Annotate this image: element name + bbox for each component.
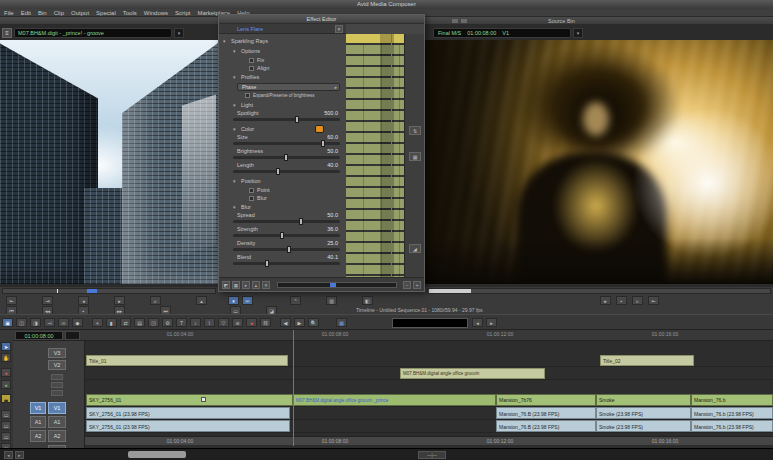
focus-icon[interactable]: ⌖ [92, 318, 103, 327]
find-icon[interactable]: 🔍 [308, 318, 319, 327]
chevron-down-icon[interactable]: ▾ [573, 28, 583, 38]
timeline-clip[interactable]: Smoke (23.98 FPS) [596, 407, 691, 419]
menu-item-edit[interactable]: Edit [21, 9, 31, 16]
play-icon[interactable]: ▸ [114, 296, 125, 305]
effect-position-bar[interactable] [277, 282, 397, 288]
keyframe-playhead[interactable] [391, 34, 392, 277]
timeline-clip[interactable]: Title_01 [86, 355, 288, 366]
expand-icon[interactable]: ◢ [409, 244, 421, 253]
overwrite-icon[interactable]: ▾ [228, 296, 239, 305]
keyframe-tool-icon[interactable]: ◆ [72, 318, 83, 327]
timeline-clip[interactable]: SKY_2756_01 (23.98 FPS) [86, 407, 290, 419]
zoom-in-icon[interactable]: + [413, 281, 421, 289]
effect-tab[interactable]: Lens Flare × [219, 24, 346, 34]
menu-item-special[interactable]: Special [96, 9, 116, 16]
param-check-blur[interactable]: Blur [219, 194, 346, 202]
timeline-clip[interactable]: M07.BH&M.digital angle office groovin [400, 368, 545, 379]
triangle-icon[interactable]: ▾ [233, 46, 241, 56]
checkbox-icon[interactable] [249, 196, 254, 201]
keyframe-track-area[interactable] [346, 34, 404, 277]
sync-icon[interactable]: ≋ [232, 318, 243, 327]
scroll-video-icon[interactable]: ▸ [15, 451, 24, 459]
close-icon[interactable]: × [335, 25, 343, 33]
timecode-entry-field[interactable] [392, 318, 468, 328]
track-panel-icon[interactable]: ▤ [134, 318, 145, 327]
track-lock-icon[interactable]: ▭ [1, 410, 11, 419]
menu-item-output[interactable]: Output [71, 9, 89, 16]
record-position-bar[interactable] [427, 288, 771, 294]
timeline-clip[interactable]: Mansion_76.b (23.98 FPS) [691, 407, 773, 419]
titler-icon[interactable]: T [176, 318, 187, 327]
size-slider[interactable] [233, 142, 340, 145]
track-select-v1[interactable]: V1 [48, 402, 66, 414]
color-swatch[interactable] [315, 125, 324, 133]
rec-mark-icon[interactable]: ⇤ [648, 296, 659, 305]
segment-lift-icon[interactable]: ◫ [16, 318, 27, 327]
chevron-down-icon[interactable]: ▾ [174, 28, 184, 38]
timeline-clip[interactable]: Mansion_76.b [691, 394, 773, 406]
arrow-tool-icon[interactable]: ➤ [1, 342, 11, 351]
clip-color-green-icon[interactable]: ● [1, 380, 11, 389]
record-position-indicator[interactable] [429, 289, 471, 293]
audio-tool-icon[interactable]: ♪ [190, 318, 201, 327]
snap-icon[interactable]: ⌇ [204, 318, 215, 327]
segment-overwrite-icon[interactable]: ◨ [30, 318, 41, 327]
effect-mode-icon[interactable]: ◩ [222, 281, 230, 289]
param-dropdown-phase[interactable]: Phase▸ [219, 82, 346, 92]
smart-tool-icon[interactable]: ▣ [2, 318, 13, 327]
timeline-playhead[interactable] [293, 330, 294, 446]
menu-item-windows[interactable]: Windows [144, 9, 168, 16]
mark-out-icon[interactable]: ⇥ [42, 296, 53, 305]
param-group-options[interactable]: ▾Options [219, 46, 346, 56]
source-position-indicator[interactable] [87, 289, 97, 293]
param-group-sparkling-rays[interactable]: ▾Sparkling Rays [219, 36, 346, 46]
param-check-point[interactable]: Point [219, 186, 346, 194]
folder-icon[interactable]: ▄ [1, 394, 11, 403]
link-tool-icon[interactable]: ∞ [58, 318, 69, 327]
zoom-back-icon[interactable]: ◀ [280, 318, 291, 327]
spread-slider[interactable] [233, 220, 340, 223]
timeline-clip[interactable]: Title_02 [600, 355, 694, 366]
timeline-clip[interactable]: Mansion_7b76 [496, 394, 596, 406]
triangle-icon[interactable]: ▾ [233, 100, 241, 110]
blend-slider[interactable] [233, 262, 340, 265]
monitor-menu-icon[interactable]: ≡ [2, 28, 12, 38]
source-clip-name-menu[interactable]: M07.BH&M.digit - _prince! - groove [14, 28, 172, 38]
track-select-a2[interactable]: A2 [48, 430, 66, 442]
source-track-a2[interactable]: A2 [30, 430, 46, 442]
menu-item-clip[interactable]: Clip [54, 9, 64, 16]
clip-color-red-icon[interactable]: ● [1, 368, 11, 377]
patch-mini-1[interactable] [51, 374, 63, 380]
zoom-scale-icon[interactable]: ⇅ [409, 126, 421, 135]
length-slider[interactable] [233, 170, 340, 173]
hand-tool-icon[interactable]: ✋ [1, 353, 11, 362]
timeline-clip[interactable]: Smoke (23.98 FPS) [596, 420, 691, 432]
param-group-blur[interactable]: ▾Blur [219, 202, 346, 212]
param-check-align[interactable]: Align [219, 64, 346, 72]
strength-slider[interactable] [233, 234, 340, 237]
timeline-clip[interactable]: SKY_2756_01 (23.98 FPS) [86, 420, 290, 432]
keyframe-track-selected[interactable] [346, 34, 404, 44]
timeline-clip[interactable]: Mansion_76.B (23.98 FPS) [496, 407, 596, 419]
source-track-a1[interactable]: A1 [30, 416, 46, 428]
track-view-icon[interactable]: ▦ [409, 152, 421, 161]
lift-icon[interactable]: ⌃ [290, 296, 301, 305]
timecode-mode-box[interactable] [65, 331, 80, 340]
timeline-clip[interactable]: SKY_2756_01 [86, 394, 293, 406]
checkbox-icon[interactable] [249, 66, 254, 71]
source-track-v1[interactable]: V1 [30, 402, 46, 414]
window-buttons[interactable] [452, 19, 467, 23]
step-icon[interactable]: ≡ [262, 281, 270, 289]
triangle-icon[interactable]: ▾ [233, 72, 241, 82]
extract-icon[interactable]: ✂ [242, 296, 253, 305]
video-quality-icon[interactable]: ▮ [106, 318, 117, 327]
rec-play-icon[interactable]: ▸ [600, 296, 611, 305]
triangle-icon[interactable]: ▾ [233, 176, 241, 186]
param-group-profiles[interactable]: ▾Profiles [219, 72, 346, 82]
zoom-fwd-icon[interactable]: ▶ [294, 318, 305, 327]
scroll-focus-icon[interactable]: ◂ [4, 451, 13, 459]
param-check-expand[interactable]: Expand/Preserve of brightness [219, 92, 346, 100]
menu-item-file[interactable]: File [4, 9, 14, 16]
solo-icon[interactable]: ▭ [1, 432, 11, 441]
timeline-clip-selected[interactable]: M07.BH&M.digital angle office groovin _p… [293, 394, 496, 406]
